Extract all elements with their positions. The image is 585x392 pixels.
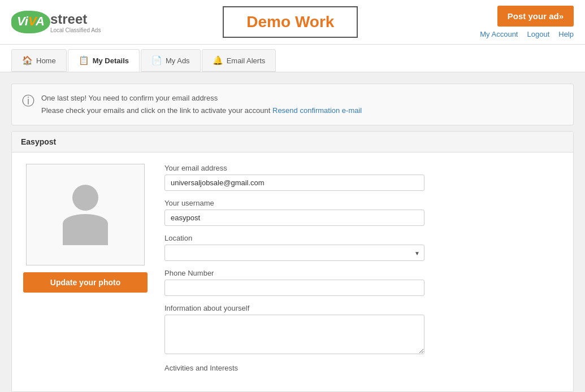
alert-icon: ⓘ bbox=[22, 93, 34, 110]
info-textarea[interactable] bbox=[164, 315, 424, 354]
logo-street: street bbox=[50, 11, 87, 27]
logo-text-area: street Local Classified Ads bbox=[50, 11, 101, 33]
email-alerts-icon: 🔔 bbox=[213, 55, 223, 66]
tab-my-details[interactable]: 📋 My Details bbox=[68, 49, 140, 72]
logo-area: ViVA street Local Classified Ads bbox=[11, 11, 101, 33]
tab-bar: 🏠 Home 📋 My Details 📄 My Ads 🔔 Email Ale… bbox=[0, 45, 585, 72]
email-group: Your email address bbox=[164, 164, 562, 191]
tab-my-details-label: My Details bbox=[93, 56, 129, 65]
location-select[interactable] bbox=[164, 245, 424, 261]
location-group: Location bbox=[164, 234, 562, 261]
tab-my-ads[interactable]: 📄 My Ads bbox=[141, 49, 201, 72]
alert-message: One last step! You need to confirm your … bbox=[41, 92, 362, 104]
card-header: Easypost bbox=[12, 132, 573, 153]
logout-link[interactable]: Logout bbox=[527, 30, 549, 38]
phone-group: Phone Number bbox=[164, 269, 562, 296]
avatar-section: Update your photo bbox=[23, 164, 148, 380]
home-icon: 🏠 bbox=[22, 55, 33, 66]
username-group: Your username bbox=[164, 199, 562, 226]
alert-sub: Please check your emails and click on th… bbox=[41, 104, 362, 117]
activities-group: Activities and Interests bbox=[164, 364, 562, 372]
tab-my-ads-label: My Ads bbox=[166, 56, 190, 65]
form-section: Your email address Your username Locatio… bbox=[164, 164, 562, 380]
email-label: Your email address bbox=[164, 164, 562, 172]
update-photo-button[interactable]: Update your photo bbox=[23, 272, 148, 293]
card-body: Update your photo Your email address You… bbox=[12, 153, 573, 391]
info-label: Information about yourself bbox=[164, 304, 562, 312]
resend-link[interactable]: Resend confirmation e-mail bbox=[272, 106, 362, 115]
header-right: Post your ad» My Account Logout Help bbox=[480, 6, 574, 38]
main-card: Easypost Update your photo Your email ad… bbox=[11, 131, 574, 392]
avatar-box bbox=[26, 164, 145, 265]
avatar-body bbox=[63, 214, 108, 245]
logo-tagline: Local Classified Ads bbox=[50, 27, 101, 33]
username-label: Your username bbox=[164, 199, 562, 207]
post-ad-button[interactable]: Post your ad» bbox=[497, 6, 574, 27]
help-link[interactable]: Help bbox=[558, 30, 574, 38]
my-details-icon: 📋 bbox=[79, 55, 89, 66]
alert-banner: ⓘ One last step! You need to confirm you… bbox=[11, 84, 574, 125]
header: ViVA street Local Classified Ads Demo Wo… bbox=[0, 0, 585, 45]
header-center: Demo Work bbox=[101, 6, 480, 38]
username-input[interactable] bbox=[164, 210, 424, 226]
header-nav: My Account Logout Help bbox=[480, 30, 574, 38]
logo-blob: ViVA bbox=[11, 11, 50, 33]
phone-input[interactable] bbox=[164, 280, 424, 296]
avatar-head bbox=[72, 185, 98, 211]
info-group: Information about yourself bbox=[164, 304, 562, 356]
avatar-figure bbox=[63, 185, 108, 245]
tab-email-alerts-label: Email Alerts bbox=[227, 56, 266, 65]
activities-label: Activities and Interests bbox=[164, 364, 562, 372]
my-account-link[interactable]: My Account bbox=[480, 30, 518, 38]
location-label: Location bbox=[164, 234, 562, 242]
alert-text: One last step! You need to confirm your … bbox=[41, 92, 362, 117]
tab-email-alerts[interactable]: 🔔 Email Alerts bbox=[202, 49, 276, 72]
email-input[interactable] bbox=[164, 175, 424, 191]
tab-home-label: Home bbox=[36, 56, 56, 65]
my-ads-icon: 📄 bbox=[151, 55, 162, 66]
tab-home[interactable]: 🏠 Home bbox=[11, 49, 67, 72]
alert-sub-message: Please check your emails and click on th… bbox=[41, 106, 270, 115]
phone-label: Phone Number bbox=[164, 269, 562, 277]
location-select-wrapper bbox=[164, 245, 424, 261]
demo-work-title: Demo Work bbox=[223, 6, 358, 38]
